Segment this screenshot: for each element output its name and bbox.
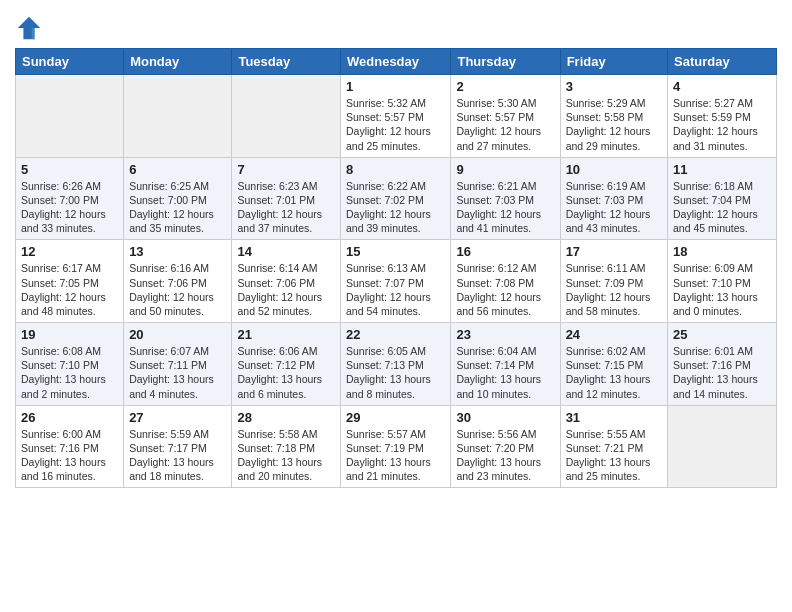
calendar-header-tuesday: Tuesday: [232, 49, 341, 75]
calendar-cell: 24Sunrise: 6:02 AM Sunset: 7:15 PM Dayli…: [560, 323, 667, 406]
calendar-cell: 7Sunrise: 6:23 AM Sunset: 7:01 PM Daylig…: [232, 157, 341, 240]
calendar-cell: 5Sunrise: 6:26 AM Sunset: 7:00 PM Daylig…: [16, 157, 124, 240]
day-info: Sunrise: 6:19 AM Sunset: 7:03 PM Dayligh…: [566, 179, 662, 236]
day-number: 31: [566, 410, 662, 425]
calendar-cell: 25Sunrise: 6:01 AM Sunset: 7:16 PM Dayli…: [668, 323, 777, 406]
day-info: Sunrise: 6:23 AM Sunset: 7:01 PM Dayligh…: [237, 179, 335, 236]
calendar-week-row: 1Sunrise: 5:32 AM Sunset: 5:57 PM Daylig…: [16, 75, 777, 158]
calendar-cell: 17Sunrise: 6:11 AM Sunset: 7:09 PM Dayli…: [560, 240, 667, 323]
page: SundayMondayTuesdayWednesdayThursdayFrid…: [0, 0, 792, 498]
day-info: Sunrise: 6:18 AM Sunset: 7:04 PM Dayligh…: [673, 179, 771, 236]
calendar-cell: 16Sunrise: 6:12 AM Sunset: 7:08 PM Dayli…: [451, 240, 560, 323]
day-number: 2: [456, 79, 554, 94]
day-number: 6: [129, 162, 226, 177]
day-number: 1: [346, 79, 445, 94]
calendar-cell: 11Sunrise: 6:18 AM Sunset: 7:04 PM Dayli…: [668, 157, 777, 240]
day-number: 12: [21, 244, 118, 259]
logo: [15, 14, 47, 42]
day-number: 9: [456, 162, 554, 177]
calendar-week-row: 5Sunrise: 6:26 AM Sunset: 7:00 PM Daylig…: [16, 157, 777, 240]
day-number: 8: [346, 162, 445, 177]
calendar-cell: 1Sunrise: 5:32 AM Sunset: 5:57 PM Daylig…: [341, 75, 451, 158]
day-number: 10: [566, 162, 662, 177]
calendar-cell: 31Sunrise: 5:55 AM Sunset: 7:21 PM Dayli…: [560, 405, 667, 488]
day-info: Sunrise: 6:08 AM Sunset: 7:10 PM Dayligh…: [21, 344, 118, 401]
day-number: 14: [237, 244, 335, 259]
day-info: Sunrise: 5:27 AM Sunset: 5:59 PM Dayligh…: [673, 96, 771, 153]
day-info: Sunrise: 5:58 AM Sunset: 7:18 PM Dayligh…: [237, 427, 335, 484]
svg-marker-0: [18, 17, 40, 39]
calendar-cell: 9Sunrise: 6:21 AM Sunset: 7:03 PM Daylig…: [451, 157, 560, 240]
day-info: Sunrise: 5:29 AM Sunset: 5:58 PM Dayligh…: [566, 96, 662, 153]
day-number: 7: [237, 162, 335, 177]
calendar-cell: 6Sunrise: 6:25 AM Sunset: 7:00 PM Daylig…: [124, 157, 232, 240]
calendar-cell: 18Sunrise: 6:09 AM Sunset: 7:10 PM Dayli…: [668, 240, 777, 323]
calendar-header-monday: Monday: [124, 49, 232, 75]
day-info: Sunrise: 5:56 AM Sunset: 7:20 PM Dayligh…: [456, 427, 554, 484]
calendar-cell: 14Sunrise: 6:14 AM Sunset: 7:06 PM Dayli…: [232, 240, 341, 323]
calendar-cell: 22Sunrise: 6:05 AM Sunset: 7:13 PM Dayli…: [341, 323, 451, 406]
calendar-cell: [16, 75, 124, 158]
day-info: Sunrise: 6:11 AM Sunset: 7:09 PM Dayligh…: [566, 261, 662, 318]
calendar-cell: 20Sunrise: 6:07 AM Sunset: 7:11 PM Dayli…: [124, 323, 232, 406]
calendar-cell: 28Sunrise: 5:58 AM Sunset: 7:18 PM Dayli…: [232, 405, 341, 488]
day-number: 21: [237, 327, 335, 342]
day-number: 13: [129, 244, 226, 259]
day-number: 18: [673, 244, 771, 259]
day-info: Sunrise: 6:22 AM Sunset: 7:02 PM Dayligh…: [346, 179, 445, 236]
calendar-cell: 4Sunrise: 5:27 AM Sunset: 5:59 PM Daylig…: [668, 75, 777, 158]
calendar-cell: 12Sunrise: 6:17 AM Sunset: 7:05 PM Dayli…: [16, 240, 124, 323]
calendar-header-wednesday: Wednesday: [341, 49, 451, 75]
calendar-cell: [124, 75, 232, 158]
calendar-cell: 19Sunrise: 6:08 AM Sunset: 7:10 PM Dayli…: [16, 323, 124, 406]
header: [15, 10, 777, 42]
day-info: Sunrise: 6:17 AM Sunset: 7:05 PM Dayligh…: [21, 261, 118, 318]
calendar-header-row: SundayMondayTuesdayWednesdayThursdayFrid…: [16, 49, 777, 75]
calendar-week-row: 26Sunrise: 6:00 AM Sunset: 7:16 PM Dayli…: [16, 405, 777, 488]
day-info: Sunrise: 6:26 AM Sunset: 7:00 PM Dayligh…: [21, 179, 118, 236]
day-number: 15: [346, 244, 445, 259]
day-number: 5: [21, 162, 118, 177]
day-number: 11: [673, 162, 771, 177]
day-number: 19: [21, 327, 118, 342]
calendar-cell: 2Sunrise: 5:30 AM Sunset: 5:57 PM Daylig…: [451, 75, 560, 158]
day-info: Sunrise: 6:07 AM Sunset: 7:11 PM Dayligh…: [129, 344, 226, 401]
day-info: Sunrise: 6:06 AM Sunset: 7:12 PM Dayligh…: [237, 344, 335, 401]
calendar-header-friday: Friday: [560, 49, 667, 75]
day-number: 16: [456, 244, 554, 259]
day-info: Sunrise: 5:32 AM Sunset: 5:57 PM Dayligh…: [346, 96, 445, 153]
day-number: 27: [129, 410, 226, 425]
day-number: 28: [237, 410, 335, 425]
day-info: Sunrise: 6:16 AM Sunset: 7:06 PM Dayligh…: [129, 261, 226, 318]
calendar-table: SundayMondayTuesdayWednesdayThursdayFrid…: [15, 48, 777, 488]
calendar-cell: 21Sunrise: 6:06 AM Sunset: 7:12 PM Dayli…: [232, 323, 341, 406]
day-number: 4: [673, 79, 771, 94]
calendar-week-row: 19Sunrise: 6:08 AM Sunset: 7:10 PM Dayli…: [16, 323, 777, 406]
calendar-cell: 30Sunrise: 5:56 AM Sunset: 7:20 PM Dayli…: [451, 405, 560, 488]
day-info: Sunrise: 6:12 AM Sunset: 7:08 PM Dayligh…: [456, 261, 554, 318]
calendar-cell: 23Sunrise: 6:04 AM Sunset: 7:14 PM Dayli…: [451, 323, 560, 406]
day-number: 30: [456, 410, 554, 425]
calendar-cell: 29Sunrise: 5:57 AM Sunset: 7:19 PM Dayli…: [341, 405, 451, 488]
calendar-cell: 3Sunrise: 5:29 AM Sunset: 5:58 PM Daylig…: [560, 75, 667, 158]
calendar-header-sunday: Sunday: [16, 49, 124, 75]
calendar-header-saturday: Saturday: [668, 49, 777, 75]
day-info: Sunrise: 5:55 AM Sunset: 7:21 PM Dayligh…: [566, 427, 662, 484]
day-info: Sunrise: 6:13 AM Sunset: 7:07 PM Dayligh…: [346, 261, 445, 318]
day-info: Sunrise: 5:57 AM Sunset: 7:19 PM Dayligh…: [346, 427, 445, 484]
day-number: 25: [673, 327, 771, 342]
calendar-cell: 27Sunrise: 5:59 AM Sunset: 7:17 PM Dayli…: [124, 405, 232, 488]
day-number: 20: [129, 327, 226, 342]
calendar-week-row: 12Sunrise: 6:17 AM Sunset: 7:05 PM Dayli…: [16, 240, 777, 323]
day-info: Sunrise: 6:14 AM Sunset: 7:06 PM Dayligh…: [237, 261, 335, 318]
calendar-cell: 10Sunrise: 6:19 AM Sunset: 7:03 PM Dayli…: [560, 157, 667, 240]
calendar-header-thursday: Thursday: [451, 49, 560, 75]
calendar-cell: 26Sunrise: 6:00 AM Sunset: 7:16 PM Dayli…: [16, 405, 124, 488]
logo-icon: [15, 14, 43, 42]
day-info: Sunrise: 6:00 AM Sunset: 7:16 PM Dayligh…: [21, 427, 118, 484]
day-info: Sunrise: 6:25 AM Sunset: 7:00 PM Dayligh…: [129, 179, 226, 236]
day-info: Sunrise: 5:30 AM Sunset: 5:57 PM Dayligh…: [456, 96, 554, 153]
day-info: Sunrise: 6:21 AM Sunset: 7:03 PM Dayligh…: [456, 179, 554, 236]
day-number: 23: [456, 327, 554, 342]
day-number: 22: [346, 327, 445, 342]
